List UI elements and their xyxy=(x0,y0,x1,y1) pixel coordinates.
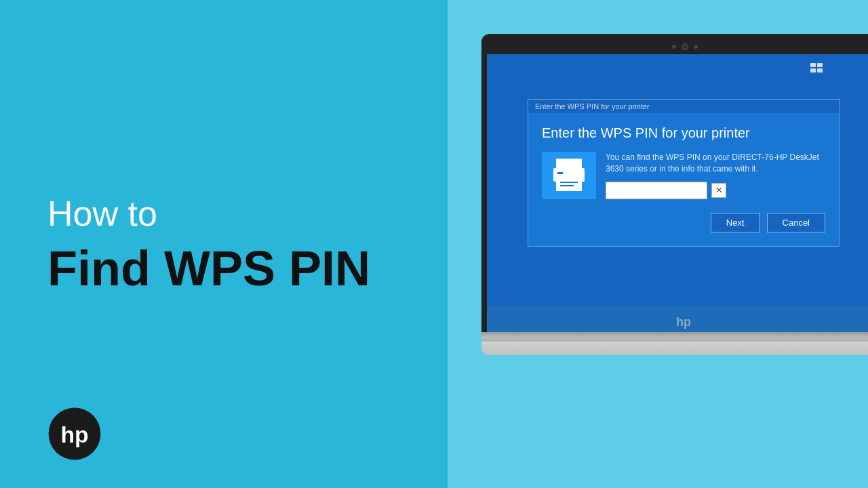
printer-icon xyxy=(551,159,587,192)
laptop-screen: Enter the WPS PIN for your printer Enter… xyxy=(487,54,868,332)
camera-dot-right xyxy=(694,45,698,49)
camera-bar xyxy=(487,39,868,54)
next-button[interactable]: Next xyxy=(711,213,760,232)
laptop-bottom xyxy=(481,342,868,355)
main-title: Find WPS PIN xyxy=(47,242,400,296)
wps-pin-dialog: Enter the WPS PIN for your printer Enter… xyxy=(528,99,840,247)
svg-rect-13 xyxy=(817,63,823,67)
laptop-bezel: Enter the WPS PIN for your printer Enter… xyxy=(481,34,868,332)
dialog-buttons: Next Cancel xyxy=(542,213,825,232)
svg-rect-14 xyxy=(810,68,816,73)
cancel-button[interactable]: Cancel xyxy=(767,213,825,232)
dialog-titlebar: Enter the WPS PIN for your printer xyxy=(528,100,839,113)
hp-logo: hp xyxy=(47,407,102,461)
desktop-backdrop: Enter the WPS PIN for your printer Enter… xyxy=(487,54,868,305)
pin-input[interactable] xyxy=(606,182,707,199)
svg-rect-4 xyxy=(557,172,563,174)
scene: How to Find WPS PIN hp xyxy=(0,0,868,488)
svg-rect-2 xyxy=(556,159,582,168)
subtitle: How to xyxy=(47,192,400,235)
pin-clear-button[interactable]: ✕ xyxy=(711,183,726,198)
svg-rect-12 xyxy=(810,63,816,67)
svg-rect-6 xyxy=(560,182,578,183)
laptop-hinge xyxy=(481,332,868,338)
pin-input-row: ✕ xyxy=(606,182,825,199)
svg-rect-15 xyxy=(817,68,823,73)
dialog-heading: Enter the WPS PIN for your printer xyxy=(542,125,825,141)
svg-rect-7 xyxy=(560,185,574,186)
dialog-body: Enter the WPS PIN for your printer xyxy=(528,113,839,246)
right-panel: Enter the WPS PIN for your printer Enter… xyxy=(448,0,868,488)
camera-dot-left xyxy=(672,45,676,49)
dialog-description: You can find the WPS PIN on your DIRECT-… xyxy=(606,152,825,175)
laptop-area: Enter the WPS PIN for your printer Enter… xyxy=(448,0,868,488)
dialog-content: You can find the WPS PIN on your DIRECT-… xyxy=(542,152,825,199)
laptop: Enter the WPS PIN for your printer Enter… xyxy=(481,34,868,355)
laptop-base xyxy=(481,332,868,342)
camera-lens xyxy=(682,43,688,50)
screen-hp-logo: hp xyxy=(676,315,691,329)
svg-text:hp: hp xyxy=(60,422,88,447)
printer-icon-box xyxy=(542,152,596,199)
dialog-right: You can find the WPS PIN on your DIRECT-… xyxy=(606,152,825,199)
left-panel: How to Find WPS PIN hp xyxy=(0,0,448,488)
